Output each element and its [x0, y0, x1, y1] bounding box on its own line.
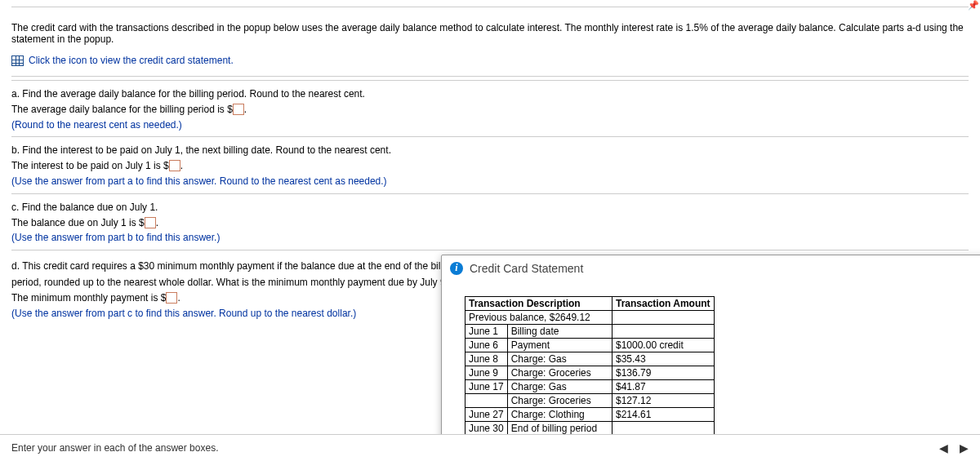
row-desc: Charge: Groceries	[507, 394, 612, 408]
row-desc: Payment	[507, 339, 612, 352]
part-a-note: (Round to the nearest cent as needed.)	[11, 118, 969, 132]
part-a-posttext: .	[244, 104, 247, 115]
row-date: June 6	[466, 339, 508, 352]
row-amt: $41.87	[612, 380, 715, 394]
part-d-answer-post: .	[177, 292, 180, 304]
part-a-prompt: a. Find the average daily balance for th…	[11, 87, 969, 101]
row-amt: $136.79	[612, 366, 715, 380]
row-date: June 27	[466, 408, 508, 422]
popup-header[interactable]: Credit Card Statement	[442, 255, 980, 281]
part-c-input[interactable]	[145, 217, 156, 228]
row-date: June 8	[466, 352, 508, 366]
table-row: June 30End of billing period	[466, 422, 715, 436]
row-amt: $1000.00 credit	[612, 339, 715, 352]
row-amt	[612, 422, 715, 436]
row-date: June 17	[466, 380, 508, 394]
part-b-posttext: .	[180, 160, 183, 171]
part-c-posttext: .	[156, 217, 158, 228]
row-amt	[612, 325, 715, 339]
part-b-pretext: The interest to be paid on July 1 is $	[11, 160, 169, 171]
info-icon	[450, 262, 463, 275]
table-row: Previous balance, $2649.12	[466, 311, 715, 325]
part-c-prompt: c. Find the balance due on July 1.	[11, 201, 969, 215]
statement-popup: Credit Card Statement Transaction Descri…	[441, 255, 980, 461]
part-c: c. Find the balance due on July 1. The b…	[11, 193, 969, 250]
intro-text: The credit card with the transactions de…	[11, 22, 969, 45]
table-row: Charge: Groceries$127.12	[466, 394, 715, 408]
row-desc: Charge: Groceries	[507, 366, 612, 380]
table-row: June 17Charge: Gas$41.87	[466, 380, 715, 394]
intro-block: The credit card with the transactions de…	[11, 7, 969, 77]
part-d-input[interactable]	[166, 292, 177, 304]
row-desc: Previous balance, $2649.12	[466, 311, 612, 325]
view-statement-link[interactable]: Click the icon to view the credit card s…	[29, 55, 234, 66]
row-date: June 30	[466, 422, 508, 436]
table-row: June 27Charge: Clothing$214.61	[466, 408, 715, 422]
prev-arrow-icon[interactable]: ◀	[939, 441, 948, 454]
row-desc: Billing date	[507, 325, 612, 339]
part-b-prompt: b. Find the interest to be paid on July …	[11, 144, 969, 157]
part-a: a. Find the average daily balance for th…	[11, 80, 969, 136]
part-a-pretext: The average daily balance for the billin…	[11, 104, 233, 115]
part-b: b. Find the interest to be paid on July …	[11, 136, 969, 193]
row-desc: Charge: Gas	[507, 380, 612, 394]
col-amount: Transaction Amount	[612, 297, 715, 311]
footer-bar: Enter your answer in each of the answer …	[0, 434, 980, 461]
table-header-row: Transaction Description Transaction Amou…	[466, 297, 715, 311]
row-amt	[612, 311, 715, 325]
row-desc: Charge: Gas	[507, 352, 612, 366]
row-amt: $127.12	[612, 394, 715, 408]
row-date	[466, 394, 508, 408]
statement-grid-icon[interactable]	[11, 55, 24, 66]
part-c-note: (Use the answer from part b to find this…	[11, 231, 969, 245]
pin-icon[interactable]: 📌	[967, 0, 980, 11]
part-a-input[interactable]	[233, 104, 244, 115]
popup-title: Credit Card Statement	[470, 262, 583, 275]
next-arrow-icon[interactable]: ▶	[960, 441, 969, 454]
footer-text: Enter your answer in each of the answer …	[11, 442, 218, 454]
statement-table: Transaction Description Transaction Amou…	[465, 296, 715, 450]
row-date: June 1	[466, 325, 508, 339]
row-amt: $214.61	[612, 408, 715, 422]
row-date: June 9	[466, 366, 508, 380]
row-desc: Charge: Clothing	[507, 408, 612, 422]
part-b-note: (Use the answer from part a to find this…	[11, 175, 969, 188]
row-amt: $35.43	[612, 352, 715, 366]
table-row: June 9Charge: Groceries$136.79	[466, 366, 715, 380]
table-row: June 6Payment$1000.00 credit	[466, 339, 715, 352]
col-description: Transaction Description	[466, 297, 612, 311]
table-row: June 8Charge: Gas$35.43	[466, 352, 715, 366]
part-c-pretext: The balance due on July 1 is $	[11, 217, 145, 228]
part-d-answer-pre: The minimum monthly payment is $	[11, 292, 166, 304]
nav-arrows: ◀ ▶	[939, 441, 969, 454]
row-desc: End of billing period	[507, 422, 612, 436]
part-b-input[interactable]	[169, 160, 180, 171]
table-row: June 1Billing date	[466, 325, 715, 339]
